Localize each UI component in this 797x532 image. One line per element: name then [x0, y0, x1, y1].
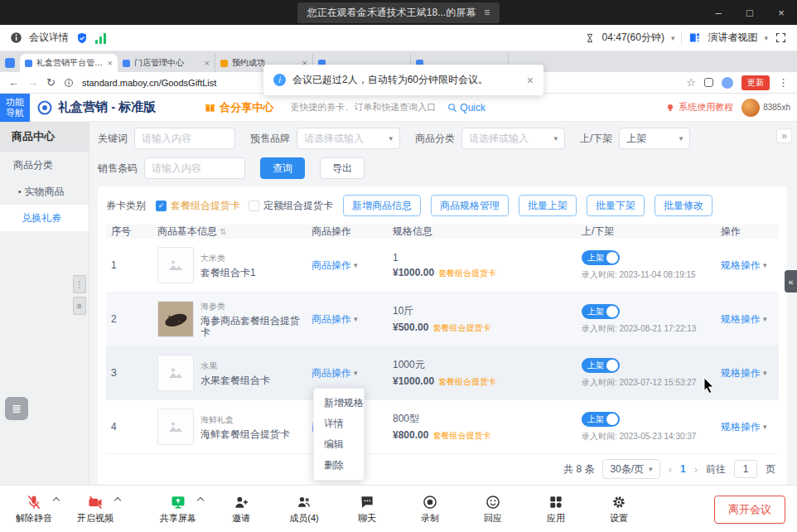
- spec-manage-button[interactable]: 商品规格管理: [431, 195, 509, 216]
- shelf-toggle[interactable]: 上架: [582, 250, 620, 265]
- row-seq: 4: [106, 421, 152, 433]
- refresh-icon[interactable]: ↻: [46, 76, 56, 89]
- add-product-button[interactable]: 新增商品信息: [343, 195, 421, 216]
- shelf-toggle[interactable]: 上架: [582, 304, 620, 319]
- chat-button[interactable]: 聊天: [345, 494, 389, 525]
- export-button[interactable]: 导出: [320, 157, 365, 179]
- sidebar-item-category[interactable]: 商品分类: [0, 152, 89, 178]
- tutorial-link[interactable]: 系统使用教程: [665, 101, 733, 114]
- browser-tab[interactable]: 门店管理中心 ×: [118, 54, 215, 72]
- sidebar-mini-handle[interactable]: ≡: [73, 297, 86, 315]
- tab-close-icon[interactable]: ×: [108, 58, 113, 68]
- view-mode-button[interactable]: 演讲者视图: [708, 31, 757, 45]
- batch-on-button[interactable]: 批量上架: [519, 195, 577, 216]
- current-page[interactable]: 1: [680, 463, 686, 475]
- meeting-panel-toggle[interactable]: ≣: [5, 397, 28, 420]
- chevron-down-icon[interactable]: ▾: [764, 34, 768, 42]
- goto-page-input[interactable]: [734, 460, 757, 478]
- close-button[interactable]: ×: [766, 0, 797, 25]
- table-row: 2 海参类海参商品套餐组合提货卡 商品操作▾ 10斤¥500.00套餐组合提货卡…: [106, 293, 779, 346]
- product-image: [157, 247, 194, 283]
- sidebar-item-gift-voucher[interactable]: 兑换礼券: [0, 205, 89, 231]
- meeting-details-button[interactable]: 会议详情: [29, 31, 69, 45]
- hamburger-icon[interactable]: ≡: [484, 7, 490, 18]
- keyword-input[interactable]: [134, 128, 235, 149]
- chevron-down-icon: ▾: [763, 315, 767, 323]
- barcode-input[interactable]: [144, 157, 245, 179]
- user-avatar[interactable]: [741, 99, 760, 117]
- shelf-select[interactable]: 上架▾: [619, 128, 690, 149]
- collapse-panel-button[interactable]: »: [776, 128, 792, 143]
- function-nav-toggle[interactable]: 功能导航: [0, 94, 30, 122]
- web-page: 功能导航 礼盒营销 - 标准版 合分享中心 更快捷的券卡、订单和快递查询入口 Q…: [0, 94, 797, 485]
- forward-icon[interactable]: →: [27, 76, 38, 89]
- menu-item-detail[interactable]: 详情: [314, 414, 364, 434]
- page-size-select[interactable]: 30条/页▾: [602, 459, 659, 479]
- checkbox-combo-card[interactable]: ✓ 套餐组合提货卡: [156, 199, 240, 213]
- url-text[interactable]: standard.maboy.cn/GoodsGiftList: [82, 78, 216, 88]
- browser-profile-avatar[interactable]: [722, 77, 733, 89]
- shelf-toggle[interactable]: 上架: [582, 412, 620, 427]
- product-operation-link[interactable]: 商品操作▾: [312, 312, 358, 326]
- bookmark-star-icon[interactable]: ☆: [686, 76, 696, 89]
- share-screen-button[interactable]: 共享屏幕: [156, 494, 200, 525]
- next-page-button[interactable]: ›: [694, 463, 698, 476]
- meeting-timer: 04:47(60分钟): [602, 31, 664, 45]
- extensions-icon[interactable]: [704, 78, 713, 87]
- apps-button[interactable]: 应用: [534, 494, 578, 525]
- category-select[interactable]: 请选择或输入▾: [461, 128, 565, 149]
- menu-item-add-spec[interactable]: 新增规格: [314, 393, 364, 414]
- record-button[interactable]: 录制: [408, 494, 452, 525]
- sort-icon[interactable]: ⇅: [220, 227, 226, 236]
- product-operation-link[interactable]: 商品操作▾: [312, 259, 358, 273]
- back-icon[interactable]: ←: [8, 76, 19, 89]
- react-button[interactable]: 回应: [471, 494, 515, 525]
- spec-operation-link[interactable]: 规格操作▾: [721, 259, 767, 273]
- settings-button[interactable]: 设置: [597, 494, 641, 525]
- maximize-button[interactable]: □: [734, 0, 766, 25]
- batch-off-button[interactable]: 批量下架: [587, 195, 645, 216]
- minimize-button[interactable]: –: [703, 0, 734, 25]
- checkbox-checked-icon: ✓: [156, 201, 167, 211]
- chevron-up-icon[interactable]: [114, 496, 121, 503]
- security-shield-icon[interactable]: [75, 31, 89, 45]
- chevron-down-icon[interactable]: ▾: [671, 34, 675, 42]
- checkbox-fixed-card[interactable]: 定额组合提货卡: [249, 199, 333, 213]
- pagination: 共 8 条 30条/页▾ ‹ 1 › 前往 页: [106, 454, 779, 481]
- site-info-icon[interactable]: [64, 78, 74, 88]
- chevron-up-icon[interactable]: [197, 496, 204, 503]
- quick-search-link[interactable]: Quick: [447, 102, 485, 114]
- network-signal-icon[interactable]: [95, 32, 106, 44]
- unmute-button[interactable]: 解除静音: [12, 494, 56, 525]
- spec-operation-link[interactable]: 规格操作▾: [721, 366, 767, 380]
- invite-button[interactable]: 邀请: [219, 494, 263, 525]
- sidebar-mini-handle[interactable]: ⋮: [73, 275, 86, 293]
- tab-close-icon[interactable]: ×: [205, 58, 210, 68]
- share-center-link[interactable]: 合分享中心: [204, 100, 273, 115]
- sidebar-item-physical-goods[interactable]: •实物商品: [0, 178, 89, 205]
- right-collapse-handle[interactable]: «: [785, 270, 797, 293]
- product-operation-link-open[interactable]: 商品操作▾: [312, 366, 358, 380]
- prev-page-button[interactable]: ‹: [669, 463, 672, 476]
- browser-tab-active[interactable]: 礼盒营销平台管理中心 ×: [20, 54, 118, 72]
- chevron-up-icon[interactable]: [53, 496, 60, 503]
- update-badge[interactable]: 更新: [741, 75, 770, 90]
- query-button[interactable]: 查询: [260, 157, 305, 179]
- start-video-button[interactable]: 开启视频: [73, 494, 118, 525]
- brand-select[interactable]: 请选择或输入▾: [297, 128, 400, 149]
- browser-menu-icon[interactable]: ⋮: [778, 76, 789, 89]
- browser-apps-icon[interactable]: [5, 58, 15, 68]
- menu-item-delete[interactable]: 删除: [314, 455, 364, 476]
- shelf-toggle[interactable]: 上架: [582, 358, 620, 373]
- spec-operation-link[interactable]: 规格操作▾: [721, 312, 767, 326]
- meeting-dock: 解除静音 开启视频 共享屏幕 邀请 成员(4): [0, 485, 797, 532]
- members-button[interactable]: 成员(4): [282, 494, 326, 525]
- shelf-label: 上/下架: [580, 132, 612, 146]
- fullscreen-icon[interactable]: [775, 31, 787, 44]
- leave-meeting-button[interactable]: 离开会议: [714, 496, 785, 524]
- menu-item-edit[interactable]: 编辑: [314, 434, 364, 455]
- chevron-down-icon: ▾: [679, 134, 683, 143]
- toast-close-icon[interactable]: ×: [527, 74, 534, 87]
- batch-edit-button[interactable]: 批量修改: [655, 195, 712, 216]
- spec-operation-link[interactable]: 规格操作▾: [721, 420, 767, 434]
